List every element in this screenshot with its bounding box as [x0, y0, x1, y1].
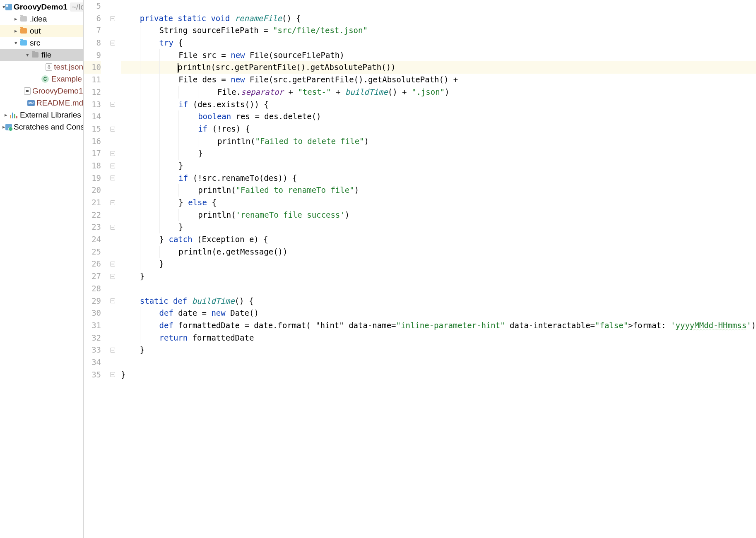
code-area[interactable]: private static void renameFile() { Strin… — [119, 0, 756, 538]
line-number[interactable]: 34 — [84, 356, 101, 369]
gutter-mark[interactable] — [106, 332, 119, 344]
code-line[interactable]: private static void renameFile() { — [121, 12, 756, 25]
gutter-mark[interactable] — [106, 295, 119, 307]
gutter-mark[interactable] — [106, 209, 119, 221]
code-line[interactable]: } else { — [121, 197, 756, 209]
code-line[interactable]: } — [121, 369, 756, 381]
code-line[interactable]: File src = new File(sourceFilePath) — [121, 49, 756, 62]
code-line[interactable]: } catch (Exception e) { — [121, 233, 756, 246]
code-line[interactable] — [121, 356, 756, 369]
gutter-mark[interactable] — [106, 258, 119, 270]
line-number[interactable]: 27 — [84, 270, 101, 283]
gutter-mark[interactable] — [106, 246, 119, 258]
line-number[interactable]: 23 — [84, 221, 101, 233]
code-line[interactable]: boolean res = des.delete() — [121, 110, 756, 123]
line-number[interactable]: 29 — [84, 295, 101, 307]
code-line[interactable]: String sourceFilePath = "src/file/test.j… — [121, 24, 756, 37]
code-line[interactable]: def formattedDate = date.format( "hint" … — [121, 319, 756, 332]
line-number[interactable]: 5 — [84, 0, 101, 12]
code-line[interactable]: println(e.getMessage()) — [121, 246, 756, 258]
line-number[interactable]: 9 — [84, 49, 101, 62]
line-number[interactable]: 26 — [84, 258, 101, 270]
gutter-mark[interactable] — [106, 147, 119, 160]
gutter-mark[interactable] — [106, 123, 119, 135]
tree-node-idea[interactable]: ▸ .idea — [0, 13, 83, 25]
line-number[interactable]: 25 — [84, 246, 101, 258]
line-number[interactable]: 21 — [84, 197, 101, 209]
code-line[interactable]: try { — [121, 37, 756, 49]
line-number[interactable]: 19 — [84, 172, 101, 185]
tree-node-scratches[interactable]: ▸ Scratches and Consoles — [0, 121, 83, 133]
code-line[interactable]: if (des.exists()) { — [121, 98, 756, 111]
line-number[interactable]: 15 — [84, 123, 101, 135]
fold-collapse-icon[interactable] — [110, 200, 115, 205]
fold-collapse-icon[interactable] — [110, 41, 115, 46]
gutter-mark[interactable] — [106, 197, 119, 209]
fold-end-icon[interactable] — [110, 372, 115, 377]
line-number[interactable]: 8 — [84, 37, 101, 49]
gutter-mark[interactable] — [106, 61, 119, 74]
line-number[interactable]: 20 — [84, 184, 101, 197]
fold-collapse-icon[interactable] — [110, 175, 115, 180]
code-line[interactable] — [121, 0, 756, 12]
code-line[interactable]: def date = new Date() — [121, 307, 756, 319]
gutter-mark[interactable] — [106, 356, 119, 369]
gutter-mark[interactable] — [106, 49, 119, 62]
code-line[interactable]: println("Failed to delete file") — [121, 135, 756, 148]
code-line[interactable]: if (!res) { — [121, 123, 756, 135]
fold-collapse-icon[interactable] — [110, 298, 115, 303]
code-line[interactable]: } — [121, 221, 756, 233]
line-number[interactable]: 12 — [84, 86, 101, 98]
gutter-mark[interactable] — [106, 110, 119, 123]
fold-end-icon[interactable] — [110, 163, 115, 168]
tree-node-example[interactable]: C Example — [0, 73, 83, 85]
fold-end-icon[interactable] — [110, 348, 115, 353]
code-line[interactable]: static def buildTime() { — [121, 295, 756, 307]
code-line[interactable]: return formattedDate — [121, 332, 756, 344]
fold-collapse-icon[interactable] — [110, 102, 115, 107]
fold-end-icon[interactable] — [110, 225, 115, 230]
fold-collapse-icon[interactable] — [110, 16, 115, 21]
code-editor[interactable]: 5678910111213141516171819202122232425262… — [84, 0, 756, 538]
line-number[interactable]: 24 — [84, 233, 101, 246]
gutter-mark[interactable] — [106, 98, 119, 111]
code-line[interactable]: println("Failed to renameTo file") — [121, 184, 756, 197]
line-number[interactable]: 10 — [84, 61, 101, 74]
line-number[interactable]: 18 — [84, 160, 101, 172]
line-number[interactable]: 32 — [84, 332, 101, 344]
code-line[interactable]: println(src.getParentFile().getAbsoluteP… — [121, 61, 756, 74]
tree-node-external-libraries[interactable]: ▸ External Libraries — [0, 109, 83, 121]
code-line[interactable]: } — [121, 344, 756, 356]
line-number[interactable]: 14 — [84, 110, 101, 123]
line-number[interactable]: 30 — [84, 307, 101, 319]
code-line[interactable] — [121, 283, 756, 295]
gutter-mark[interactable] — [106, 160, 119, 172]
gutter-mark[interactable] — [106, 135, 119, 148]
line-number[interactable]: 11 — [84, 74, 101, 86]
gutter-mark[interactable] — [106, 307, 119, 319]
gutter-mark[interactable] — [106, 12, 119, 25]
line-number-gutter[interactable]: 5678910111213141516171819202122232425262… — [84, 0, 106, 538]
line-number[interactable]: 31 — [84, 319, 101, 332]
fold-end-icon[interactable] — [110, 151, 115, 156]
line-number[interactable]: 17 — [84, 147, 101, 160]
line-number[interactable]: 13 — [84, 98, 101, 111]
fold-end-icon[interactable] — [110, 262, 115, 267]
tree-node-readme[interactable]: MD README.md — [0, 97, 83, 109]
tree-node-src[interactable]: ▾ src — [0, 37, 83, 49]
fold-end-icon[interactable] — [110, 274, 115, 279]
gutter-mark[interactable] — [106, 37, 119, 49]
line-number[interactable]: 7 — [84, 24, 101, 37]
gutter-mark[interactable] — [106, 24, 119, 37]
gutter-mark[interactable] — [106, 270, 119, 283]
gutter-mark[interactable] — [106, 86, 119, 98]
gutter-mark[interactable] — [106, 283, 119, 295]
line-number[interactable]: 16 — [84, 135, 101, 148]
gutter-mark[interactable] — [106, 74, 119, 86]
gutter-mark[interactable] — [106, 184, 119, 197]
code-line[interactable]: } — [121, 160, 756, 172]
tree-node-iml[interactable]: GroovyDemo1.iml — [0, 85, 83, 97]
line-number[interactable]: 6 — [84, 12, 101, 25]
code-line[interactable]: println('renameTo file success') — [121, 209, 756, 221]
gutter-mark[interactable] — [106, 319, 119, 332]
